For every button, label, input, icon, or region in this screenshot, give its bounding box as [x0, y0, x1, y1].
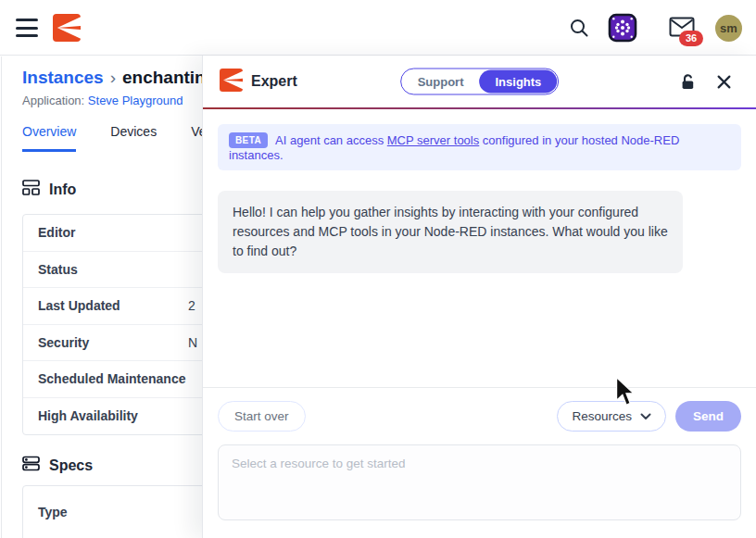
row-label-scheduled-maintenance: Scheduled Maintenance — [38, 371, 185, 386]
info-icon — [22, 179, 40, 200]
breadcrumb: Instances›enchanting- — [22, 68, 222, 88]
application-label: Application: — [22, 94, 84, 107]
close-icon[interactable] — [716, 74, 732, 90]
info-section-title: Info — [49, 181, 76, 198]
toggle-option-support[interactable]: Support — [402, 70, 480, 94]
chat-empty-area — [218, 273, 741, 387]
start-over-button[interactable]: Start over — [218, 401, 306, 432]
flowfuse-logo-icon[interactable] — [53, 14, 81, 42]
security-value: N — [188, 335, 197, 350]
expert-panel-body: BETAAI agent can access MCP server tools… — [203, 109, 756, 538]
beta-banner-text-before: AI agent can access — [275, 133, 387, 147]
row-label-last-updated: Last Updated — [38, 298, 120, 313]
breadcrumb-instances-link[interactable]: Instances — [22, 68, 104, 87]
tab-overview[interactable]: Overview — [22, 124, 76, 152]
chat-input-area — [218, 444, 741, 524]
mail-icon[interactable]: 36 — [669, 17, 695, 41]
search-icon[interactable] — [569, 18, 589, 42]
expert-panel-header: Expert Support Insights — [203, 56, 756, 107]
specs-icon — [22, 455, 40, 476]
unlock-icon[interactable] — [679, 72, 698, 91]
info-section-header: Info — [22, 179, 76, 200]
chat-controls-row: Start over Resources Send — [203, 387, 756, 432]
resources-dropdown-label: Resources — [572, 409, 632, 423]
row-label-type: Type — [38, 505, 68, 519]
last-updated-value: 2 — [188, 298, 195, 313]
specs-section-title: Specs — [49, 457, 93, 474]
content-left-edge — [1, 56, 2, 538]
row-label-editor: Editor — [38, 225, 75, 240]
breadcrumb-separator: › — [110, 68, 116, 87]
mail-unread-badge: 36 — [679, 31, 703, 46]
mcp-server-tools-link[interactable]: MCP server tools — [387, 133, 479, 147]
beta-banner: BETAAI agent can access MCP server tools… — [218, 124, 741, 170]
flowfuse-logo-icon — [220, 69, 243, 95]
assistant-message-bubble: Hello! I can help you gather insights by… — [218, 191, 683, 273]
expert-panel-actions — [679, 72, 732, 91]
chevron-down-icon — [640, 409, 651, 423]
send-button[interactable]: Send — [675, 401, 741, 432]
expert-assistant-panel: Expert Support Insights — [202, 56, 756, 538]
chat-input[interactable] — [218, 444, 741, 520]
expert-brand: Expert — [220, 69, 297, 95]
toggle-option-insights[interactable]: Insights — [479, 70, 557, 94]
top-navbar: 36 sm — [0, 0, 756, 56]
tab-devices[interactable]: Devices — [110, 124, 157, 152]
platform-apps-icon[interactable] — [608, 13, 637, 46]
chat-controls-right: Resources Send — [557, 401, 741, 432]
application-line: Application: Steve Playground — [22, 94, 183, 107]
row-label-security: Security — [38, 335, 89, 350]
specs-section-header: Specs — [22, 455, 93, 476]
row-label-status: Status — [38, 262, 78, 277]
resources-dropdown[interactable]: Resources — [557, 401, 666, 432]
app-window: 36 sm Instances›enchanting- Application:… — [0, 0, 756, 538]
expert-panel-title: Expert — [251, 73, 297, 90]
beta-badge: BETA — [229, 132, 268, 148]
support-insights-toggle: Support Insights — [400, 69, 560, 95]
user-avatar[interactable]: sm — [715, 15, 742, 42]
row-label-high-availability: High Availability — [38, 408, 138, 423]
application-name-link[interactable]: Steve Playground — [88, 94, 183, 107]
instance-tabs: Overview Devices Vers — [22, 124, 217, 152]
hamburger-menu-icon[interactable] — [16, 19, 38, 37]
